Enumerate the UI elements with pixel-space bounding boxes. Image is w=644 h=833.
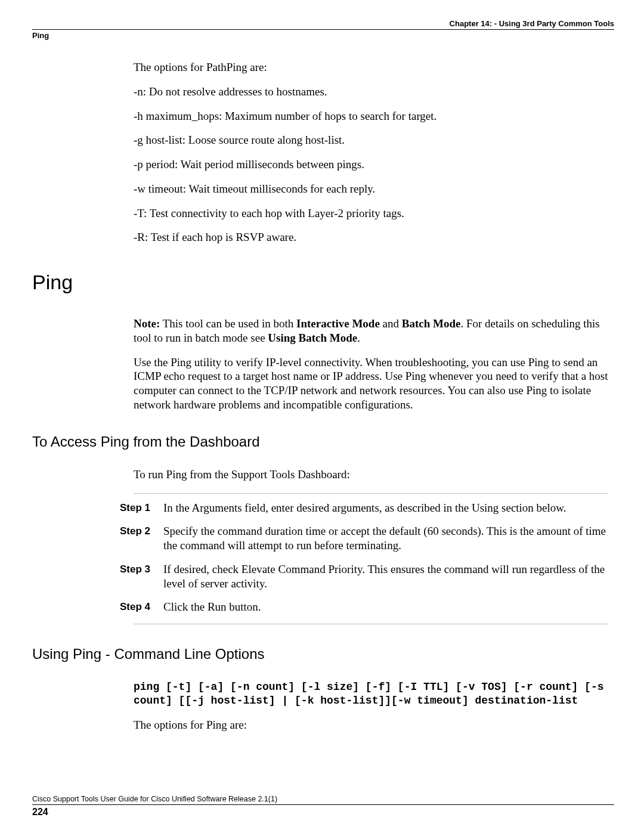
- pathping-opt: -w timeout: Wait timeout milliseconds fo…: [134, 182, 608, 196]
- step-label: Step 1: [110, 501, 163, 515]
- step-row: Step 2 Specify the command duration time…: [134, 524, 608, 553]
- step-row: Step 3 If desired, check Elevate Command…: [134, 562, 608, 591]
- footer-doc-title: Cisco Support Tools User Guide for Cisco…: [32, 795, 614, 805]
- ping-heading: Ping: [32, 271, 614, 294]
- note-text: .: [357, 332, 360, 344]
- note-text: This tool can be used in both: [160, 317, 296, 330]
- step-label: Step 3: [110, 562, 163, 591]
- divider: [134, 493, 608, 494]
- pathping-options-block: The options for PathPing are: -n: Do not…: [134, 60, 608, 244]
- pathping-opt: -p period: Wait period milliseconds betw…: [134, 157, 608, 172]
- note-bold-batch: Batch Mode: [402, 317, 461, 330]
- step-label: Step 4: [110, 600, 163, 614]
- note-text: and: [380, 317, 402, 330]
- ping-options-outro: The options for Ping are:: [134, 718, 608, 732]
- step-text: In the Arguments field, enter desired ar…: [163, 501, 608, 515]
- ping-note: Note: This tool can be used in both Inte…: [134, 317, 608, 345]
- cli-heading: Using Ping - Command Line Options: [32, 646, 614, 662]
- step-text: If desired, check Elevate Command Priori…: [163, 562, 608, 591]
- note-bold-using-batch: Using Batch Mode: [268, 332, 357, 344]
- step-text: Specify the command duration time or acc…: [163, 524, 608, 553]
- page-number: 224: [32, 807, 614, 817]
- steps-block: To run Ping from the Support Tools Dashb…: [134, 468, 608, 625]
- ping-note-block: Note: This tool can be used in both Inte…: [134, 317, 608, 412]
- note-label: Note:: [134, 317, 160, 330]
- pathping-opt: -n: Do not resolve addresses to hostname…: [134, 85, 608, 99]
- ping-description: Use the Ping utility to verify IP-level …: [134, 355, 608, 412]
- pathping-opt: -h maximum_hops: Maximum number of hops …: [134, 109, 608, 123]
- ping-options-outro-block: The options for Ping are:: [134, 718, 608, 732]
- pathping-opt: -g host-list: Loose source route along h…: [134, 133, 608, 147]
- step-text: Click the Run button.: [163, 600, 608, 614]
- divider: [134, 624, 608, 624]
- note-bold-interactive: Interactive Mode: [296, 317, 380, 330]
- step-label: Step 2: [110, 524, 163, 553]
- pathping-intro: The options for PathPing are:: [134, 60, 608, 75]
- step-row: Step 1 In the Arguments field, enter des…: [134, 501, 608, 515]
- step-row: Step 4 Click the Run button.: [134, 600, 608, 614]
- pathping-opt: -R: Test if each hop is RSVP aware.: [134, 230, 608, 244]
- chapter-header: Chapter 14: - Using 3rd Party Common Too…: [32, 19, 614, 28]
- ping-syntax-code: ping [-t] [-a] [-n count] [-l size] [-f]…: [134, 680, 608, 707]
- page-footer: Cisco Support Tools User Guide for Cisco…: [32, 795, 614, 817]
- section-label: Ping: [32, 29, 614, 40]
- access-heading: To Access Ping from the Dashboard: [32, 433, 614, 450]
- steps-intro: To run Ping from the Support Tools Dashb…: [134, 468, 608, 481]
- pathping-opt: -T: Test connectivity to each hop with L…: [134, 206, 608, 221]
